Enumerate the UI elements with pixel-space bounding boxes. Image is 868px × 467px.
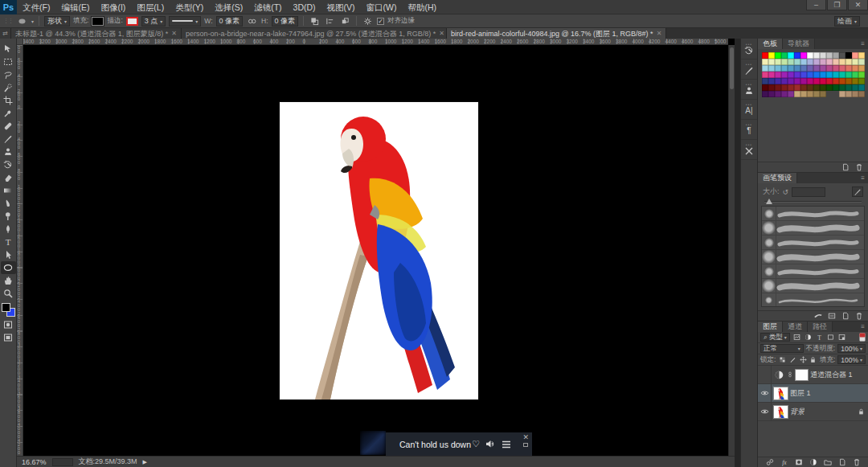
color-swatch[interactable]: [839, 78, 845, 84]
align-edges-checkbox[interactable]: ✓: [377, 18, 384, 25]
new-group-button[interactable]: [823, 458, 832, 467]
layer-name[interactable]: 通道混合器 1: [810, 370, 853, 380]
layer-style-button[interactable]: fx: [780, 458, 788, 467]
color-swatch[interactable]: [820, 91, 826, 97]
vertical-scrollbar[interactable]: [728, 45, 735, 456]
color-swatch[interactable]: [839, 59, 845, 65]
tab-layers[interactable]: 图层: [758, 322, 783, 332]
smudge-tool[interactable]: [1, 197, 16, 210]
visibility-eye-icon[interactable]: [758, 384, 772, 403]
color-swatch[interactable]: [845, 84, 852, 91]
color-swatch[interactable]: [833, 72, 839, 78]
color-swatch[interactable]: [839, 84, 845, 91]
color-swatch[interactable]: [813, 59, 820, 65]
scrollbar-thumb[interactable]: [730, 47, 734, 89]
color-swatch[interactable]: [781, 52, 788, 59]
brush-size-reset-icon[interactable]: ↺: [783, 188, 789, 196]
gear-icon[interactable]: [362, 16, 374, 27]
color-swatch[interactable]: [845, 59, 852, 65]
color-swatch[interactable]: [839, 52, 845, 59]
color-swatch[interactable]: [762, 84, 768, 91]
color-swatch[interactable]: [788, 84, 794, 91]
color-swatch[interactable]: [775, 78, 781, 84]
menu-item-1[interactable]: 编辑(E): [55, 0, 95, 14]
ruler-origin[interactable]: [17, 39, 23, 45]
color-swatch[interactable]: [788, 52, 794, 59]
color-swatch[interactable]: [768, 65, 775, 72]
stroke-style-select[interactable]: ▾: [169, 16, 201, 27]
color-swatch[interactable]: [788, 78, 794, 84]
brush-preset-2[interactable]: [762, 236, 864, 250]
color-swatch[interactable]: [852, 72, 858, 78]
color-swatch[interactable]: [820, 72, 826, 78]
link-layers-button[interactable]: [765, 458, 774, 467]
color-swatch[interactable]: [762, 52, 768, 59]
add-mask-button[interactable]: [794, 458, 803, 467]
layer-row-2[interactable]: 背景: [758, 403, 868, 421]
brush-preset-6[interactable]: [762, 293, 864, 307]
lasso-tool[interactable]: [1, 68, 16, 81]
layer-name[interactable]: 图层 1: [790, 388, 811, 399]
color-swatch[interactable]: [794, 84, 800, 91]
color-swatch[interactable]: [858, 72, 865, 78]
brush-panel-icon[interactable]: •••: [741, 59, 757, 80]
color-swatch[interactable]: [813, 84, 820, 91]
color-swatch[interactable]: [826, 59, 833, 65]
lock-transparency-icon[interactable]: [778, 355, 786, 364]
color-swatch[interactable]: [768, 52, 775, 59]
color-swatch[interactable]: [858, 78, 865, 84]
lock-position-icon[interactable]: [799, 355, 807, 364]
new-brush-button[interactable]: [841, 312, 850, 321]
favorite-icon[interactable]: ♡: [472, 440, 480, 449]
color-swatch[interactable]: [826, 65, 833, 72]
color-swatch[interactable]: [820, 78, 826, 84]
history-panel-icon[interactable]: •••: [741, 39, 757, 59]
clone-stamp-tool[interactable]: [1, 145, 16, 158]
color-swatch[interactable]: [858, 52, 865, 59]
color-swatch[interactable]: [839, 72, 845, 78]
color-swatch[interactable]: [800, 91, 807, 97]
tab-brush-presets[interactable]: 画笔预设: [758, 173, 797, 183]
color-swatch[interactable]: [852, 65, 858, 72]
color-swatch[interactable]: [845, 72, 852, 78]
width-field[interactable]: 0 像素: [216, 16, 244, 27]
clone-source-panel-icon[interactable]: •••: [741, 80, 757, 100]
minimize-button[interactable]: –: [806, 0, 826, 10]
panel-menu-icon[interactable]: ≡: [858, 39, 868, 49]
color-swatch[interactable]: [800, 78, 807, 84]
path-operations-icon[interactable]: [309, 16, 321, 27]
color-swatch[interactable]: [768, 91, 775, 97]
brush-preset-4[interactable]: [762, 264, 864, 279]
color-swatch[interactable]: [813, 91, 820, 97]
color-swatch[interactable]: [800, 52, 807, 59]
marquee-tool[interactable]: [1, 55, 16, 68]
color-swatch[interactable]: [800, 84, 807, 91]
menu-item-9[interactable]: 窗口(W): [361, 0, 403, 14]
color-swatch[interactable]: [768, 72, 775, 78]
color-swatch[interactable]: [781, 72, 788, 78]
filter-pixel-layers-icon[interactable]: [792, 333, 801, 342]
color-swatch[interactable]: [833, 59, 839, 65]
album-art[interactable]: [360, 431, 386, 455]
brush-preset-0[interactable]: [762, 207, 864, 221]
color-swatch[interactable]: [852, 59, 858, 65]
zoom-level-field[interactable]: 16.67%: [22, 458, 47, 466]
color-swatch[interactable]: [775, 65, 781, 72]
color-swatch[interactable]: [794, 72, 800, 78]
tab-channels[interactable]: 通道: [783, 322, 808, 332]
color-swatch[interactable]: [826, 72, 833, 78]
screen-mode-button[interactable]: [1, 331, 16, 344]
tab-swatches[interactable]: 色板: [758, 39, 783, 49]
fill-opacity-field[interactable]: 100%▾: [837, 355, 866, 364]
color-swatch[interactable]: [833, 52, 839, 59]
color-swatch[interactable]: [788, 72, 794, 78]
color-swatch[interactable]: [775, 52, 781, 59]
brush-tool[interactable]: [1, 133, 16, 145]
color-swatch[interactable]: [826, 84, 833, 91]
opacity-field[interactable]: 100%▾: [837, 344, 866, 353]
filter-shape-layers-icon[interactable]: [826, 333, 835, 342]
tool-preset-icon[interactable]: [16, 16, 28, 27]
color-swatch[interactable]: [781, 91, 788, 97]
layer-row-1[interactable]: 图层 1: [758, 384, 868, 403]
menu-item-5[interactable]: 选择(S): [209, 0, 248, 14]
